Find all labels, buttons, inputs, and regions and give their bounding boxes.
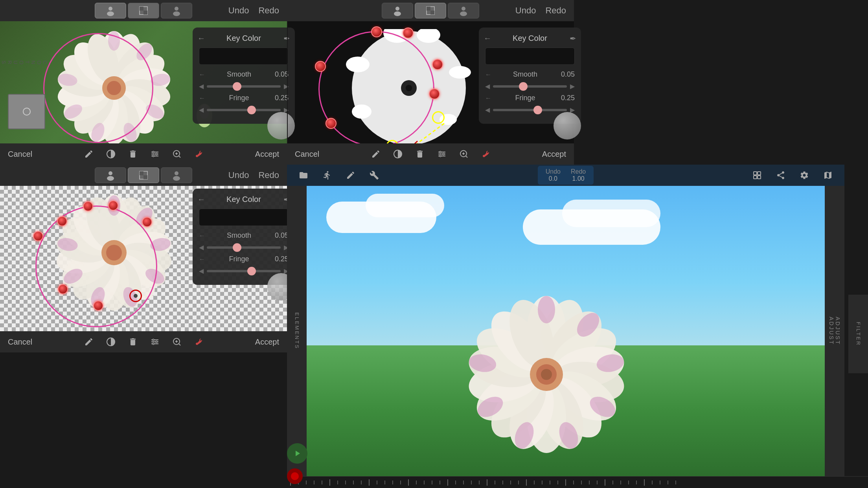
undo-btn-tl[interactable]: Undo	[228, 6, 249, 16]
mode-mask-btn[interactable]	[128, 3, 159, 18]
node-right1-bl[interactable]	[142, 217, 152, 227]
smooth-thumb-tl[interactable]	[233, 82, 241, 91]
tool-settings-tr[interactable]	[432, 146, 452, 162]
undo-redo-display[interactable]: Undo 0.0 Redo 1.00	[538, 166, 594, 185]
cancel-btn-bl[interactable]: Cancel	[0, 334, 40, 350]
mode-mask-btn-r[interactable]	[415, 3, 446, 18]
redo-btn-bl[interactable]: Redo	[258, 170, 279, 180]
smooth-track-bl[interactable]	[207, 246, 281, 249]
smooth-back-bl[interactable]: ←	[199, 232, 205, 239]
tool-wrench-tl[interactable]	[189, 146, 209, 162]
tool-delete-bl[interactable]	[123, 334, 143, 350]
redo-btn-tr[interactable]: Redo	[545, 6, 566, 16]
fringe-arrow-left-tr[interactable]: ◀	[485, 106, 490, 114]
accept-btn-tl[interactable]: Accept	[247, 147, 287, 162]
fringe-thumb-tr[interactable]	[533, 106, 542, 114]
fringe-back-tr[interactable]: ←	[485, 95, 491, 102]
color-swatch-tl[interactable]	[199, 48, 289, 65]
tool-contrast-bl[interactable]	[101, 334, 121, 350]
tool-delete-tl[interactable]	[123, 146, 143, 162]
tool-map[interactable]	[818, 167, 838, 183]
fringe-track-tr[interactable]	[493, 109, 567, 111]
tool-wrench-tr[interactable]	[476, 146, 496, 162]
node-left1-bl[interactable]	[33, 231, 43, 241]
node-top1-bl[interactable]	[83, 201, 93, 211]
tool-pencil-tr[interactable]	[366, 146, 386, 162]
tool-wrench-bl[interactable]	[189, 334, 209, 350]
node-top2-tr[interactable]	[403, 28, 414, 39]
undo-btn-bl[interactable]: Undo	[228, 170, 249, 180]
cancel-btn-tl[interactable]: Cancel	[0, 147, 40, 162]
node-left-tr[interactable]	[315, 61, 326, 72]
tool-zoom-tr[interactable]	[454, 146, 474, 162]
node-top2-bl[interactable]	[108, 200, 118, 211]
accept-btn-tr[interactable]: Accept	[534, 147, 574, 162]
node-bl-left-bl[interactable]	[58, 284, 68, 294]
mode-mask-btn-bl[interactable]	[128, 167, 159, 183]
smooth-back-tr[interactable]: ←	[485, 71, 491, 78]
mode-silhouette-btn-bl[interactable]	[161, 167, 192, 183]
smooth-thumb-tr[interactable]	[519, 82, 528, 91]
fringe-thumb-tl[interactable]	[247, 106, 256, 114]
node-left2-bl[interactable]	[57, 216, 67, 226]
smooth-arrow-right-tr[interactable]: ▶	[570, 83, 575, 90]
mode-person-btn[interactable]	[95, 3, 126, 18]
tool-run[interactable]	[317, 167, 337, 183]
panel-eye-btn-tr[interactable]: ✒	[570, 34, 576, 43]
smooth-track-tr[interactable]	[493, 85, 567, 88]
fringe-track-tl[interactable]	[207, 109, 281, 111]
tool-contrast-tr[interactable]	[388, 146, 408, 162]
mode-person-btn-bl[interactable]	[95, 167, 126, 183]
tool-settings-mid[interactable]	[794, 167, 815, 183]
node-bl-bottom-bl[interactable]	[93, 301, 103, 311]
smooth-arrow-right-tl[interactable]: ▶	[284, 83, 289, 90]
tool-adjust-mid[interactable]	[364, 167, 384, 183]
panel-back-btn-tr[interactable]: ←	[484, 34, 491, 43]
node-right1-tr[interactable]	[432, 59, 443, 70]
mode-person-btn-r[interactable]	[382, 3, 413, 18]
redo-btn-tl[interactable]: Redo	[258, 6, 279, 16]
panel-back-btn-bl[interactable]: ←	[197, 195, 205, 204]
undo-btn-tr[interactable]: Undo	[515, 6, 536, 16]
fringe-arrow-left-tl[interactable]: ◀	[199, 106, 204, 114]
node-top1-tr[interactable]	[371, 26, 382, 37]
fringe-track-bl[interactable]	[207, 270, 281, 272]
tool-pencil-tl[interactable]	[79, 146, 99, 162]
cancel-btn-tr[interactable]: Cancel	[287, 147, 327, 162]
tool-draw[interactable]	[340, 167, 361, 183]
mode-silhouette-btn[interactable]	[161, 3, 192, 18]
smooth-thumb-bl[interactable]	[233, 243, 241, 252]
color-swatch-tr[interactable]	[485, 48, 575, 65]
node-special-bl[interactable]	[129, 290, 142, 302]
tool-folder[interactable]	[293, 167, 314, 183]
record-button[interactable]	[287, 468, 303, 484]
color-swatch-bl[interactable]	[199, 209, 289, 226]
panel-back-btn-tl[interactable]: ←	[197, 34, 205, 43]
node-bottom-left-tr[interactable]	[326, 118, 337, 129]
accept-btn-bl[interactable]: Accept	[247, 334, 287, 350]
tool-delete-tr[interactable]	[410, 146, 430, 162]
smooth-arrow-left-tl[interactable]: ◀	[199, 83, 204, 90]
node-yellow1-tr[interactable]	[432, 111, 445, 124]
fringe-arrow-left-bl[interactable]: ◀	[199, 267, 204, 275]
fringe-thumb-bl[interactable]	[247, 267, 256, 275]
tool-contrast-tl[interactable]	[101, 146, 121, 162]
timeline-bar[interactable]	[287, 476, 868, 488]
mode-silhouette-btn-r[interactable]	[448, 3, 479, 18]
smooth-arrow-left-tr[interactable]: ◀	[485, 83, 490, 90]
tool-zoom-tl[interactable]	[167, 146, 187, 162]
tool-zoom-bl[interactable]	[167, 334, 187, 350]
tool-share[interactable]	[771, 167, 791, 183]
fringe-back-bl[interactable]: ←	[199, 256, 205, 263]
node-right2-tr[interactable]	[429, 88, 440, 99]
tool-settings-bl[interactable]	[145, 334, 165, 350]
tool-pencil-bl[interactable]	[79, 334, 99, 350]
smooth-back-tl[interactable]: ←	[199, 71, 205, 78]
smooth-arrow-left-bl[interactable]: ◀	[199, 244, 204, 251]
smooth-track-tl[interactable]	[207, 85, 281, 88]
panel-bottom-left: ← Key Color ✒ ← Smooth 0.05 ◀ ▶ ← Fringe…	[193, 189, 295, 285]
tool-tree[interactable]	[747, 167, 767, 183]
fringe-back-tl[interactable]: ←	[199, 95, 205, 102]
play-button[interactable]	[287, 443, 307, 464]
tool-settings-tl[interactable]	[145, 146, 165, 162]
